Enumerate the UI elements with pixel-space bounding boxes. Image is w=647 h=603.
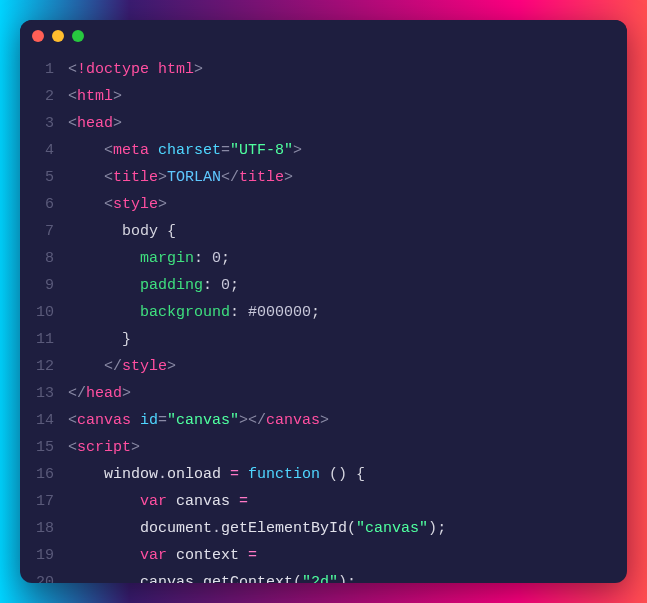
line-number: 19: [20, 542, 54, 569]
code-token: >: [158, 169, 167, 186]
line-number: 6: [20, 191, 54, 218]
line-number: 15: [20, 434, 54, 461]
code-token: >: [122, 385, 131, 402]
code-token: ;: [347, 574, 356, 583]
code-line: var context =: [68, 542, 627, 569]
code-line: <html>: [68, 83, 627, 110]
code-token: [68, 223, 122, 240]
code-token: (: [347, 520, 356, 537]
line-number: 7: [20, 218, 54, 245]
code-token: <: [104, 196, 113, 213]
code-token: >: [158, 196, 167, 213]
code-token: document: [140, 520, 212, 537]
code-token: canvas: [176, 493, 230, 510]
line-number: 13: [20, 380, 54, 407]
minimize-icon[interactable]: [52, 30, 64, 42]
code-token: >: [113, 88, 122, 105]
code-token: script: [77, 439, 131, 456]
code-token: [68, 196, 104, 213]
code-token: "canvas": [167, 412, 239, 429]
zoom-icon[interactable]: [72, 30, 84, 42]
close-icon[interactable]: [32, 30, 44, 42]
code-token: :: [203, 277, 221, 294]
code-token: >: [194, 61, 203, 78]
code-token: =: [158, 412, 167, 429]
code-token: window: [104, 466, 158, 483]
code-token: head: [86, 385, 122, 402]
code-token: :: [230, 304, 248, 321]
code-token: [68, 466, 104, 483]
code-token: </: [68, 385, 86, 402]
code-editor-window: 1234567891011121314151617181920 <!doctyp…: [20, 20, 627, 583]
line-number: 12: [20, 353, 54, 380]
code-token: >: [131, 439, 140, 456]
code-line: var canvas =: [68, 488, 627, 515]
code-token: "2d": [302, 574, 338, 583]
code-token: canvas: [140, 574, 194, 583]
code-line: canvas.getContext("2d");: [68, 569, 627, 583]
code-token: 0: [221, 277, 230, 294]
line-number: 10: [20, 299, 54, 326]
code-token: ;: [230, 277, 239, 294]
code-token: title: [113, 169, 158, 186]
code-token: [68, 142, 104, 159]
code-line: </style>: [68, 353, 627, 380]
code-token: .: [212, 520, 221, 537]
code-token: #000000: [248, 304, 311, 321]
code-token: var: [140, 547, 176, 564]
window-titlebar: [20, 20, 627, 52]
code-token: html: [77, 88, 113, 105]
code-token: .: [158, 466, 167, 483]
code-token: <: [104, 142, 113, 159]
code-token: >: [284, 169, 293, 186]
code-line: <!doctype html>: [68, 56, 627, 83]
code-token: }: [122, 331, 131, 348]
code-token: onload: [167, 466, 221, 483]
code-token: <: [104, 169, 113, 186]
line-number: 5: [20, 164, 54, 191]
code-token: getContext: [203, 574, 293, 583]
code-line: <head>: [68, 110, 627, 137]
code-line: window.onload = function () {: [68, 461, 627, 488]
code-token: "UTF-8": [230, 142, 293, 159]
code-token: [68, 277, 140, 294]
code-line: margin: 0;: [68, 245, 627, 272]
code-token: </: [221, 169, 239, 186]
code-token: style: [113, 196, 158, 213]
line-number: 18: [20, 515, 54, 542]
line-number: 11: [20, 326, 54, 353]
line-number: 14: [20, 407, 54, 434]
code-token: charset: [158, 142, 221, 159]
code-token: ></: [239, 412, 266, 429]
code-token: <: [68, 115, 77, 132]
line-number: 1: [20, 56, 54, 83]
code-token: >: [167, 358, 176, 375]
code-token: :: [194, 250, 212, 267]
code-line: <title>TORLAN</title>: [68, 164, 627, 191]
code-token: {: [167, 223, 176, 240]
code-token: =: [221, 466, 248, 483]
code-token: <: [68, 412, 77, 429]
code-token: <: [68, 61, 77, 78]
code-line: <style>: [68, 191, 627, 218]
code-line: document.getElementById("canvas");: [68, 515, 627, 542]
code-token: (): [329, 466, 356, 483]
code-token: [68, 574, 140, 583]
code-area[interactable]: 1234567891011121314151617181920 <!doctyp…: [20, 52, 627, 583]
code-token: =: [221, 142, 230, 159]
code-token: background: [140, 304, 230, 321]
code-token: <: [68, 439, 77, 456]
line-number: 3: [20, 110, 54, 137]
code-token: [68, 331, 122, 348]
code-token: </: [104, 358, 122, 375]
code-token: [68, 358, 104, 375]
code-token: meta: [113, 142, 158, 159]
code-token: ;: [221, 250, 230, 267]
code-token: [68, 304, 140, 321]
line-number: 8: [20, 245, 54, 272]
code-token: id: [140, 412, 158, 429]
code-token: title: [239, 169, 284, 186]
code-content[interactable]: <!doctype html><html><head> <meta charse…: [68, 52, 627, 583]
code-token: getElementById: [221, 520, 347, 537]
code-token: .: [194, 574, 203, 583]
